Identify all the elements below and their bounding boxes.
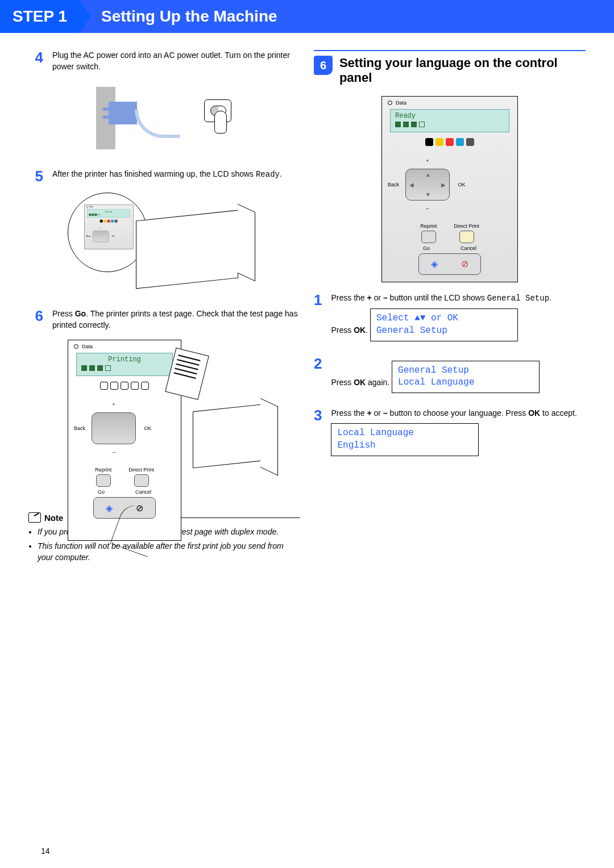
lang-step-3: 3 Press the + or – button to choose your… xyxy=(314,408,586,464)
text: Press xyxy=(331,326,354,335)
lcd-display: General Setup Local Language xyxy=(392,361,540,393)
text: . xyxy=(280,169,282,178)
step-6: 6 Press Go. The printer prints a test pa… xyxy=(28,308,300,331)
text: . The printer prints a test page. Check … xyxy=(52,309,298,329)
finger-icon xyxy=(214,111,227,133)
left-column: 4 Plug the AC power cord into an AC powe… xyxy=(28,50,300,565)
text-bold: OK xyxy=(354,326,366,335)
text-bold: OK xyxy=(528,408,540,418)
right-column: 6 Setting your language on the control p… xyxy=(314,50,586,565)
step-number: 1 xyxy=(314,293,322,349)
data-label: Data xyxy=(396,100,406,106)
toner-k-icon xyxy=(425,138,433,146)
step-text: Press the + or – button until the LCD sh… xyxy=(331,293,586,349)
text-bold: + xyxy=(367,408,372,418)
control-panel-diagram: Data Ready + Back ▲ ◀ ▶ ▼ xyxy=(381,96,518,282)
back-label: Back xyxy=(388,182,399,187)
data-indicator: Data xyxy=(382,97,517,107)
lcd-display: Select ▲▼ or OK General Setup xyxy=(370,308,518,341)
back-label: Back xyxy=(74,425,85,431)
lcd-line: General Setup xyxy=(398,365,533,377)
section-number-badge: 6 xyxy=(314,56,333,75)
lcd-text: Ready xyxy=(395,112,504,120)
go-label: Go xyxy=(98,489,105,495)
lcd-value: General Setup xyxy=(487,294,549,303)
reprint-label: Reprint xyxy=(95,467,111,473)
lcd-text: Ready xyxy=(89,210,128,213)
text-bold: – xyxy=(383,408,388,418)
go-icon: ◈ xyxy=(431,258,438,269)
cancel-icon: ⊘ xyxy=(461,258,468,269)
note-icon xyxy=(28,512,41,523)
text: . xyxy=(549,293,551,302)
minus-label: – xyxy=(100,244,101,247)
text: button until the LCD shows xyxy=(388,293,487,302)
page-header: STEP 1 Setting Up the Machine xyxy=(0,0,614,33)
ok-label: OK xyxy=(144,425,151,431)
text: Press the xyxy=(331,293,367,302)
minus-label: – xyxy=(112,449,115,455)
text-bold: + xyxy=(367,293,372,302)
step-number: 2 xyxy=(314,356,322,401)
lcd-line: Select ▲▼ or OK xyxy=(376,312,512,325)
step-4: 4 Plug the AC power cord into an AC powe… xyxy=(28,50,300,72)
note-item: This function will not be available afte… xyxy=(38,540,300,564)
lcd-text: Printing xyxy=(81,356,168,364)
lcd-value: Ready xyxy=(256,170,280,179)
step-badge: STEP 1 xyxy=(0,0,80,33)
step-text: After the printer has finished warming u… xyxy=(52,169,300,183)
printer-icon xyxy=(136,210,238,289)
text: again. xyxy=(366,377,389,386)
dpad: + Back ▲ ◀ ▶ ▼ OK – xyxy=(382,154,517,215)
step-badge-arrow xyxy=(80,0,91,33)
text: Press xyxy=(331,377,354,386)
toner-icons xyxy=(382,135,517,149)
minus-label: – xyxy=(426,206,429,211)
dpad-center-icon: ▲ ◀ ▶ ▼ xyxy=(405,169,450,201)
page-title: Setting Up the Machine xyxy=(91,0,614,33)
text-bold: OK xyxy=(354,377,366,386)
step-text: Press Go. The printer prints a test page… xyxy=(52,308,300,331)
cancel-label: Cancel xyxy=(460,245,476,251)
step-text: Press the + or – button to choose your l… xyxy=(331,408,586,464)
section-header: 6 Setting your language on the control p… xyxy=(314,50,586,86)
directprint-label: Direct Print xyxy=(454,223,479,229)
lcd-line: Local Language xyxy=(337,427,472,440)
lcd-line: Local Language xyxy=(398,377,533,389)
section-title: Setting your language on the control pan… xyxy=(339,56,586,86)
toner-y-icon xyxy=(435,138,443,146)
figure-printer-ready: Data Ready + Back OK – xyxy=(28,193,300,295)
data-label: Data xyxy=(82,344,93,349)
ok-label: OK xyxy=(458,182,465,187)
directprint-button-illus: Direct Print xyxy=(454,223,479,243)
figure-plug xyxy=(28,81,300,155)
step-number: 5 xyxy=(28,169,43,183)
text: Press the xyxy=(331,408,367,418)
text-bold: Go xyxy=(75,309,86,318)
toner-c-icon xyxy=(456,138,464,146)
text: or xyxy=(372,408,383,418)
step-number: 3 xyxy=(314,408,322,464)
drum-icon xyxy=(466,138,474,146)
step-5: 5 After the printer has finished warming… xyxy=(28,169,300,183)
printer-icon xyxy=(193,404,261,469)
directprint-label: Direct Print xyxy=(128,467,154,473)
ok-label: OK xyxy=(111,236,114,238)
lcd-display: Local Language English xyxy=(331,423,479,456)
note-label: Note xyxy=(44,513,63,523)
toner-m-icon xyxy=(446,138,454,146)
back-label: Back xyxy=(86,236,90,238)
plus-label: + xyxy=(100,227,101,229)
text: . xyxy=(366,326,368,335)
dpad-icon xyxy=(92,412,136,444)
figure-printer-printing: Data Printing + Back OK – Reprint xyxy=(28,340,300,499)
step-text: Press OK again. General Setup Local Lang… xyxy=(331,356,586,401)
step-number: 4 xyxy=(28,50,43,72)
lcd-screen: Ready xyxy=(390,109,509,132)
lang-step-2: 2 Press OK again. General Setup Local La… xyxy=(314,356,586,401)
text-bold: – xyxy=(383,293,388,302)
plus-label: + xyxy=(112,402,115,407)
text: This function will not be available afte… xyxy=(38,541,284,562)
text: to accept. xyxy=(540,408,577,418)
reprint-label: Reprint xyxy=(420,223,437,229)
